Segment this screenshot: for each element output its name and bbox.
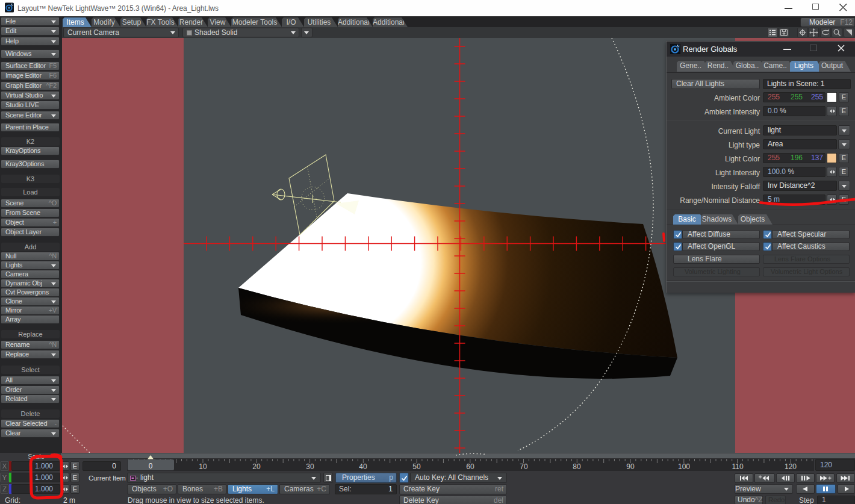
svg-text:0: 0 [149,462,153,470]
svg-text:50: 50 [412,462,421,471]
svg-text:20: 20 [252,462,261,471]
svg-text:100: 100 [678,462,690,471]
svg-text:90: 90 [626,462,635,471]
svg-text:40: 40 [359,462,367,471]
svg-text:110: 110 [732,462,743,471]
svg-text:80: 80 [573,462,581,471]
svg-text:10: 10 [199,462,207,471]
svg-text:70: 70 [520,462,528,471]
svg-text:60: 60 [466,462,474,471]
svg-text:120: 120 [785,462,797,471]
svg-text:30: 30 [306,462,314,471]
